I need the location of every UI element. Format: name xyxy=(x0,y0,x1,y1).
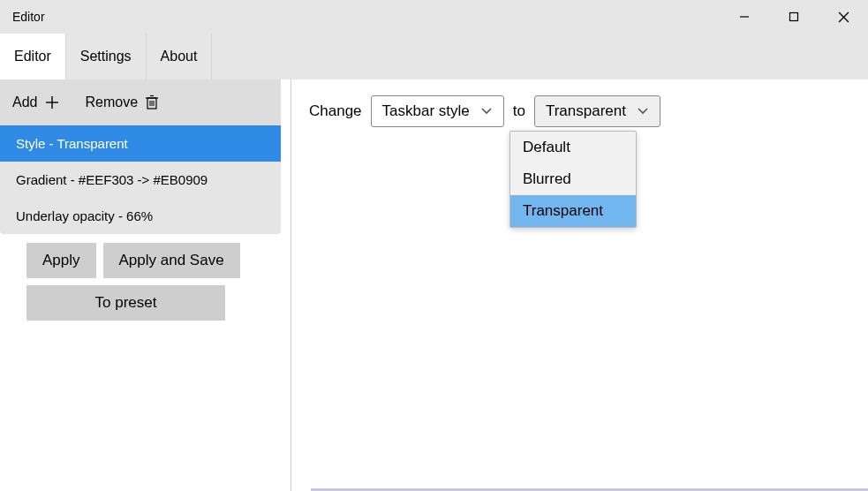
list-item[interactable]: Gradient - #EEF303 -> #EB0909 xyxy=(0,162,281,198)
chevron-down-icon xyxy=(480,107,493,116)
tab-label: About xyxy=(161,49,198,64)
close-button[interactable] xyxy=(819,0,868,34)
change-label: Change xyxy=(309,102,362,120)
list-item-label: Gradient - #EEF303 -> #EB0909 xyxy=(16,172,208,187)
close-icon xyxy=(838,11,849,23)
list-item[interactable]: Underlay opacity - 66% xyxy=(0,198,281,234)
minimize-button[interactable] xyxy=(720,0,769,34)
rules-list: Style - Transparent Gradient - #EEF303 -… xyxy=(0,125,281,234)
trash-icon xyxy=(145,94,159,110)
property-select[interactable]: Taskbar style xyxy=(371,95,504,127)
to-preset-button[interactable]: To preset xyxy=(26,285,225,321)
property-select-value: Taskbar style xyxy=(382,102,470,120)
window-title: Editor xyxy=(12,10,45,24)
tab-settings[interactable]: Settings xyxy=(66,34,147,79)
list-item-label: Style - Transparent xyxy=(16,136,128,151)
minimize-icon xyxy=(739,11,750,22)
tab-label: Settings xyxy=(80,49,132,64)
sidebar: Add Remove Style - Transparent Gradient … xyxy=(0,79,291,491)
dropdown-option-label: Blurred xyxy=(523,170,571,187)
chevron-down-icon xyxy=(637,107,649,116)
to-label: to xyxy=(513,102,525,120)
list-item[interactable]: Style - Transparent xyxy=(0,125,281,162)
plus-icon xyxy=(44,94,60,110)
dropdown-option[interactable]: Transparent xyxy=(510,195,636,227)
dropdown-option-label: Default xyxy=(523,139,570,155)
remove-button[interactable]: Remove xyxy=(85,94,159,110)
titlebar: Editor xyxy=(0,0,868,34)
value-select[interactable]: Transparent xyxy=(534,95,660,127)
dropdown-option[interactable]: Blurred xyxy=(510,163,636,195)
value-select-value: Transparent xyxy=(546,102,626,120)
window-controls xyxy=(720,0,868,34)
sidebar-toolbar: Add Remove xyxy=(0,79,281,125)
value-select-dropdown: Default Blurred Transparent xyxy=(509,131,637,228)
main-split: Add Remove Style - Transparent Gradient … xyxy=(0,79,868,491)
add-button[interactable]: Add xyxy=(12,94,60,110)
add-label: Add xyxy=(12,94,37,110)
apply-save-button[interactable]: Apply and Save xyxy=(103,243,240,278)
action-buttons: Apply Apply and Save To preset xyxy=(0,234,291,329)
svg-rect-1 xyxy=(790,13,798,21)
tab-about[interactable]: About xyxy=(147,34,213,79)
maximize-icon xyxy=(789,11,799,22)
remove-label: Remove xyxy=(85,94,138,110)
tab-bar: Editor Settings About xyxy=(0,34,868,79)
change-row: Change Taskbar style to Transparent xyxy=(309,95,850,127)
sidebar-scrollbar[interactable] xyxy=(282,79,289,300)
dropdown-option-label: Transparent xyxy=(523,202,603,219)
editor-panel: Change Taskbar style to Transparent Defa… xyxy=(291,79,868,491)
dropdown-option[interactable]: Default xyxy=(510,132,636,163)
list-item-label: Underlay opacity - 66% xyxy=(16,208,153,223)
tab-editor[interactable]: Editor xyxy=(0,34,66,79)
maximize-button[interactable] xyxy=(769,0,819,34)
apply-button[interactable]: Apply xyxy=(26,243,96,278)
tab-label: Editor xyxy=(14,49,51,64)
